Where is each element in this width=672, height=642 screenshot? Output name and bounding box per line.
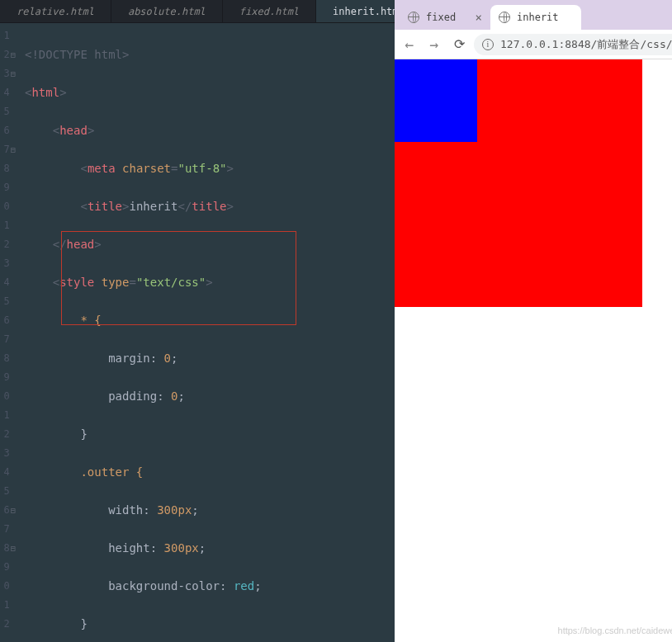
tab-fixed[interactable]: fixed.html	[223, 0, 316, 22]
code-line: <title>inherit</title>	[25, 197, 395, 216]
code-area[interactable]: 1 2⊟ 3⊟ 4 5 6 7⊟ 8 9 0 1 2 3 4 5 6 7 8 9…	[0, 23, 395, 642]
tab-absolute[interactable]: absolute.html	[111, 0, 223, 22]
line-gutter: 1 2⊟ 3⊟ 4 5 6 7⊟ 8 9 0 1 2 3 4 5 6 7 8 9…	[0, 23, 20, 642]
inner-box	[395, 59, 477, 142]
code-line: <head>	[25, 121, 395, 140]
code-line: </head>	[25, 235, 395, 254]
close-icon[interactable]: ×	[476, 11, 482, 24]
code-content[interactable]: <!DOCTYPE html> <html> <head> <meta char…	[20, 23, 395, 642]
outter-box	[395, 59, 642, 307]
editor-tabs: relative.html absolute.html fixed.html i…	[0, 0, 395, 23]
code-line: .outter {	[25, 463, 395, 482]
browser-tab-inherit[interactable]: inherit	[490, 5, 581, 30]
info-icon[interactable]: i	[482, 39, 494, 50]
tab-relative[interactable]: relative.html	[0, 0, 111, 22]
code-line: <style type="text/css">	[25, 273, 395, 292]
code-line: padding: 0;	[25, 387, 395, 406]
browser-pane: fixed × inherit ← → ⟳ i 127.0.0.1:8848/前…	[395, 0, 672, 642]
code-line: <!DOCTYPE html>	[25, 45, 395, 64]
globe-icon	[408, 12, 419, 23]
globe-icon	[499, 12, 510, 23]
browser-viewport	[395, 59, 672, 642]
reload-button[interactable]: ⟳	[449, 36, 469, 52]
code-line: <html>	[25, 83, 395, 102]
watermark: https://blog.csdn.net/caidewei121	[558, 625, 672, 635]
address-bar[interactable]: i 127.0.0.1:8848/前端整合/css/po	[474, 34, 672, 55]
url-text: 127.0.0.1:8848/前端整合/css/po	[500, 37, 672, 52]
code-line: margin: 0;	[25, 349, 395, 368]
code-line: height: 300px;	[25, 539, 395, 558]
code-line: }	[25, 425, 395, 444]
browser-tabs: fixed × inherit	[395, 0, 672, 30]
code-line: width: 300px;	[25, 501, 395, 520]
forward-button[interactable]: →	[424, 35, 444, 53]
code-line: * {	[25, 311, 395, 330]
editor-pane: relative.html absolute.html fixed.html i…	[0, 0, 395, 642]
back-button[interactable]: ←	[400, 35, 419, 53]
browser-toolbar: ← → ⟳ i 127.0.0.1:8848/前端整合/css/po	[395, 30, 672, 59]
code-line: }	[25, 615, 395, 634]
code-line: background-color: red;	[25, 577, 395, 596]
code-line: <meta charset="utf-8">	[25, 159, 395, 178]
browser-tab-label: inherit	[517, 12, 559, 23]
browser-tab-fixed[interactable]: fixed ×	[400, 5, 490, 30]
browser-tab-label: fixed	[426, 12, 456, 23]
